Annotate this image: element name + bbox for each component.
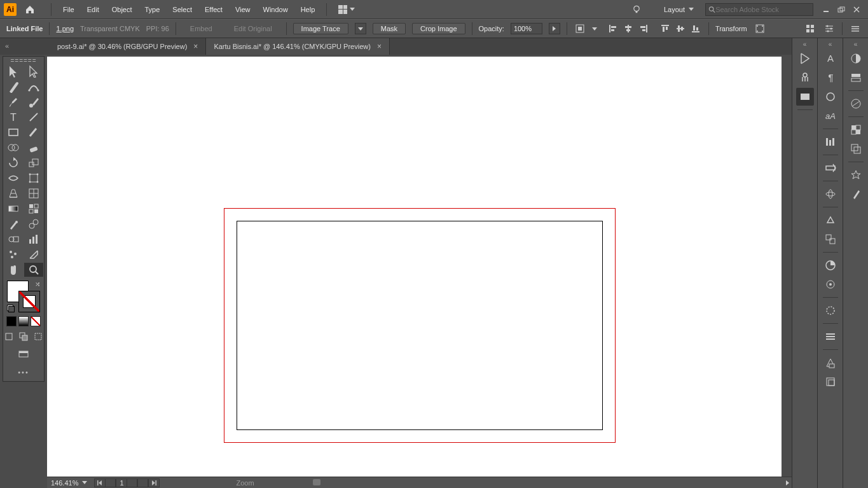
document-tab[interactable]: post-9.ai* @ 30.46% (RGB/GPU Preview) × [50,38,206,55]
stroke-swatch[interactable] [18,291,40,312]
gradient-mode-button[interactable] [18,316,29,326]
tool-scale[interactable] [24,156,43,170]
workspace-switcher[interactable]: Layout [658,3,700,16]
tool-column-graph[interactable] [24,232,43,246]
tool-hand[interactable] [4,263,23,277]
edit-toolbar-button[interactable]: ••• [18,368,29,376]
tab-close-button[interactable]: × [193,42,198,51]
tool-zoom[interactable] [24,263,43,277]
tool-curvature[interactable] [24,80,43,94]
tool-type[interactable]: T [4,110,23,124]
artboard-last-button[interactable] [148,478,160,487]
align-top-button[interactable] [659,22,672,35]
panel-swatch-button[interactable] [796,88,814,106]
panel-color-guide-button[interactable] [847,69,865,87]
zoom-level-control[interactable]: 146.41% [47,479,91,487]
isolate-dropdown[interactable] [589,23,600,34]
panel-brushes-panel-button[interactable] [847,185,865,203]
tool-mesh[interactable] [24,186,43,200]
panel-transparency-button[interactable] [847,121,865,139]
tool-rectangle[interactable] [4,125,23,139]
menu-help[interactable]: Help [294,3,322,16]
tool-eyedropper-sample[interactable] [24,202,43,216]
home-button[interactable] [23,3,37,17]
menu-type[interactable]: Type [139,3,167,16]
panel-menu-button[interactable] [849,22,862,35]
tool-brush[interactable] [24,125,43,139]
canvas-viewport[interactable] [47,55,792,477]
panel-libraries-button[interactable] [796,69,814,87]
panel-layers-button[interactable] [822,328,839,345]
menu-select[interactable]: Select [166,3,198,16]
menu-edit[interactable]: Edit [81,3,106,16]
artboard-first-button[interactable] [94,478,106,487]
tool-paintbrush[interactable] [4,95,23,109]
discover-button[interactable] [630,3,644,17]
align-right-button[interactable] [637,22,650,35]
panel-character-button[interactable]: A [822,50,839,67]
default-fill-stroke-button[interactable] [7,305,15,312]
color-mode-button[interactable] [6,316,17,326]
tool-gradient[interactable] [4,202,23,216]
transform-panel-toggle[interactable]: Transform [715,25,747,32]
panel-collapse-button[interactable]: « [854,41,858,47]
window-close-button[interactable] [849,4,864,15]
align-vcenter-button[interactable] [674,22,687,35]
artboard-number-input[interactable]: 1 [116,478,127,487]
panel-color-button[interactable] [847,50,865,67]
adobe-stock-search[interactable] [705,3,813,16]
preferences-button[interactable] [823,22,836,35]
tool-direct-selection[interactable] [24,64,43,78]
tool-line-segment[interactable] [24,110,43,124]
toolbar-collapse-button[interactable]: « [5,42,9,50]
arrange-documents-button[interactable] [338,5,355,14]
menu-effect[interactable]: Effect [198,3,229,16]
panel-pathfinder-button[interactable] [847,140,865,158]
image-trace-button[interactable]: Image Trace [293,23,348,34]
panel-opentype-button[interactable]: aA [822,107,839,125]
panel-align-button[interactable] [822,133,839,151]
tool-pen[interactable] [4,80,23,94]
tool-blend[interactable] [4,232,23,246]
artboard-next-button[interactable] [137,478,149,487]
image-trace-presets[interactable] [355,23,366,34]
tab-close-button[interactable]: × [377,42,382,51]
window-restore-button[interactable] [834,4,849,15]
panel-gradient-panel-button[interactable] [847,95,865,113]
draw-normal-button[interactable] [3,330,15,343]
artboard-number-dropdown[interactable] [127,478,138,487]
mask-button[interactable]: Mask [373,23,406,34]
menu-object[interactable]: Object [106,3,139,16]
tool-perspective[interactable] [4,186,23,200]
panel-glyphs-button[interactable]: ¶ [822,69,839,87]
isolate-selected-button[interactable] [574,22,586,35]
tool-free-transform[interactable] [24,171,43,185]
panel-graphic-styles-button[interactable] [822,275,839,293]
embed-button[interactable]: Embed [183,24,220,34]
artboard-prev-button[interactable] [105,478,116,487]
opacity-input[interactable]: 100% [511,23,542,34]
tool-width[interactable] [4,171,23,185]
panel-paragraph-button[interactable] [822,88,839,106]
panel-appearance-button[interactable] [822,256,839,274]
swap-fill-stroke-button[interactable]: ⤭ [35,281,40,288]
fill-stroke-control[interactable]: ⤭ [6,281,41,312]
draw-inside-button[interactable] [32,330,45,343]
align-left-button[interactable] [607,22,619,35]
crop-image-button[interactable]: Crop Image [412,23,465,34]
tool-eraser[interactable] [24,141,43,155]
adobe-stock-search-input[interactable] [715,6,810,13]
panel-symbols-button[interactable] [847,166,865,184]
align-bottom-button[interactable] [689,22,702,35]
none-mode-button[interactable] [31,316,41,326]
panel-stroke-panel-button[interactable] [822,302,839,319]
tool-symbol-sprayer[interactable] [4,247,23,261]
opacity-presets[interactable] [549,23,560,34]
tool-eyedropper[interactable] [4,217,23,231]
edit-original-button[interactable]: Edit Original [226,24,280,34]
panel-artboard-tool-button[interactable] [822,373,839,391]
panel-links-button[interactable] [822,159,839,177]
tool-slice[interactable] [24,247,43,261]
menu-file[interactable]: File [57,3,81,16]
transform-reference-button[interactable] [754,22,766,35]
